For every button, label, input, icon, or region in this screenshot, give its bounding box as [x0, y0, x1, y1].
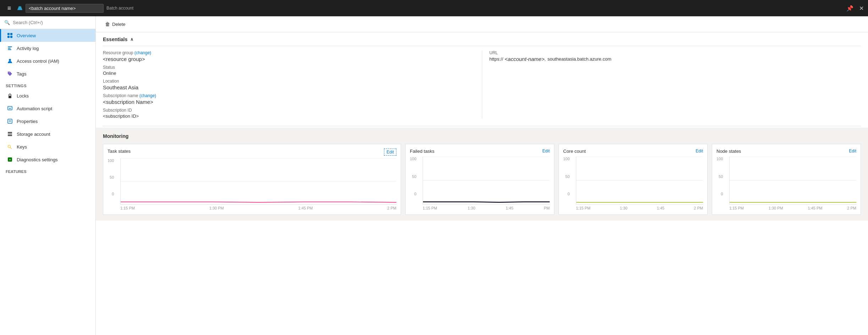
search-box: 🔍	[0, 16, 95, 29]
resource-group-label: Resource group (change)	[103, 50, 482, 55]
resource-group-value: <resource group>	[103, 56, 482, 62]
location-field: Location Southeast Asia	[103, 79, 482, 90]
subscription-id-label: Subscription ID	[103, 108, 482, 113]
chart-failed-tasks-body: 100 50 0	[410, 157, 550, 210]
svg-rect-15	[8, 132, 12, 134]
search-input[interactable]	[13, 20, 91, 25]
chart-plot-node	[729, 157, 856, 205]
chart-task-states-header: Task states Edit	[108, 149, 396, 156]
y-labels-failed: 100 50 0	[410, 157, 418, 196]
diagnostics-icon: +	[7, 156, 13, 163]
essentials-header[interactable]: Essentials ∧	[103, 32, 861, 46]
subscription-name-label: Subscription name (change)	[103, 93, 482, 98]
sidebar-activity-label: Activity log	[17, 46, 39, 51]
essentials-right: URL https:// <account-name>. southeastas…	[482, 50, 861, 119]
search-icon: 🔍	[4, 20, 10, 25]
properties-icon	[7, 118, 13, 124]
subscription-id-value: <subscription ID>	[103, 113, 482, 119]
sidebar-item-overview[interactable]: Overview	[0, 29, 95, 42]
svg-rect-2	[7, 33, 10, 35]
url-field: URL https:// <account-name>. southeastas…	[489, 50, 861, 62]
batch-account-input[interactable]	[26, 4, 104, 13]
sidebar-item-diagnostics[interactable]: + Diagnostics settings	[0, 153, 95, 166]
y-labels-core: 100 50 0	[563, 157, 571, 196]
sidebar-locks-label: Locks	[17, 93, 29, 99]
url-suffix: southeastasia.batch.azure.com	[548, 56, 611, 62]
main-layout: 🔍 Overview Activity log	[0, 16, 868, 335]
sidebar-item-iam[interactable]: Access control (IAM)	[0, 55, 95, 67]
url-value: https:// <account-name>. southeastasia.b…	[489, 56, 861, 62]
x-labels-core: 1:15 PM 1:30 1:45 2 PM	[576, 205, 703, 210]
chart-task-states-title: Task states	[108, 149, 131, 154]
sidebar-overview-label: Overview	[17, 33, 36, 38]
chart-node-states-title: Node states	[716, 149, 741, 154]
unpin-icon[interactable]: 📌	[846, 5, 853, 12]
svg-rect-8	[8, 49, 11, 50]
sidebar-item-keys[interactable]: Keys	[0, 140, 95, 153]
monitoring-header: Monitoring	[103, 133, 861, 139]
features-section-label: FEATURES	[0, 166, 95, 175]
svg-rect-12	[8, 119, 12, 123]
chart-core-count-title: Core count	[563, 149, 586, 154]
svg-line-18	[10, 147, 12, 149]
monitoring-section: Monitoring Task states Edit 100 50	[96, 128, 868, 220]
top-bar-right: 📌 ✕	[846, 5, 864, 12]
chart-failed-tasks-edit[interactable]: Edit	[542, 149, 550, 153]
svg-rect-5	[10, 36, 12, 38]
azure-logo	[17, 5, 23, 11]
sidebar-item-activity-log[interactable]: Activity log	[0, 42, 95, 55]
chart-core-count-edit[interactable]: Edit	[696, 149, 703, 153]
sidebar-item-storage[interactable]: Storage account	[0, 128, 95, 140]
url-prefix: https://	[489, 56, 503, 62]
resource-group-change-link[interactable]: (change)	[134, 50, 151, 55]
chart-node-states: Node states Edit 100 50 0	[712, 144, 861, 215]
svg-rect-3	[10, 33, 12, 35]
essentials-section: Essentials ∧ Resource group (change) <re…	[96, 32, 868, 124]
url-label: URL	[489, 50, 861, 55]
chart-node-states-header: Node states Edit	[716, 149, 856, 154]
svg-rect-4	[7, 36, 10, 38]
subscription-id-field: Subscription ID <subscription ID>	[103, 108, 482, 119]
chart-node-states-body: 100 50 0	[716, 157, 856, 210]
sidebar-item-tags[interactable]: Tags	[0, 67, 95, 80]
settings-section-label: SETTINGS	[0, 80, 95, 89]
svg-rect-11	[8, 106, 12, 110]
svg-marker-1	[17, 6, 22, 10]
menu-icon[interactable]: ≡	[4, 5, 14, 12]
sidebar: 🔍 Overview Activity log	[0, 16, 96, 335]
y-labels-task: 100 50 0	[108, 158, 115, 196]
tags-icon	[7, 71, 13, 77]
chart-failed-tasks-title: Failed tasks	[410, 149, 434, 154]
chart-task-states-body: 100 50 0	[108, 158, 396, 210]
delete-button[interactable]: 🗑 Delete	[103, 20, 128, 28]
close-icon[interactable]: ✕	[859, 5, 864, 12]
x-labels-failed: 1:15 PM 1:30 1:45 PM	[423, 205, 550, 210]
delete-label: Delete	[112, 22, 126, 27]
chart-plot-failed	[423, 157, 550, 205]
sidebar-item-locks[interactable]: Locks	[0, 89, 95, 102]
chart-core-count: Core count Edit 100 50 0	[559, 144, 708, 215]
status-field: Status Online	[103, 65, 482, 76]
essentials-grid: Resource group (change) <resource group>…	[103, 46, 861, 119]
x-labels-task: 1:15 PM 1:30 PM 1:45 PM 2 PM	[120, 205, 396, 210]
sidebar-item-automation[interactable]: Automation script	[0, 102, 95, 115]
y-labels-node: 100 50 0	[716, 157, 724, 196]
sidebar-iam-label: Access control (IAM)	[17, 58, 59, 64]
svg-rect-7	[8, 48, 11, 49]
chevron-up-icon: ∧	[130, 37, 133, 42]
x-labels-node: 1:15 PM 1:30 PM 1:45 PM 2 PM	[729, 205, 856, 210]
divider	[103, 126, 861, 126]
chart-node-states-edit[interactable]: Edit	[849, 149, 856, 153]
sidebar-keys-label: Keys	[17, 144, 27, 150]
sidebar-automation-label: Automation script	[17, 106, 52, 111]
sidebar-item-properties[interactable]: Properties	[0, 115, 95, 128]
breadcrumb-subtitle: Batch account	[106, 6, 133, 11]
chart-task-states-edit[interactable]: Edit	[384, 149, 396, 156]
subscription-name-change-link[interactable]: (change)	[139, 93, 156, 98]
svg-rect-10	[9, 96, 11, 98]
sidebar-nav: Overview Activity log Access control (IA…	[0, 29, 95, 335]
essentials-left: Resource group (change) <resource group>…	[103, 50, 482, 119]
chart-plot-core	[576, 157, 703, 205]
svg-rect-6	[8, 46, 12, 47]
location-value: Southeast Asia	[103, 84, 482, 90]
